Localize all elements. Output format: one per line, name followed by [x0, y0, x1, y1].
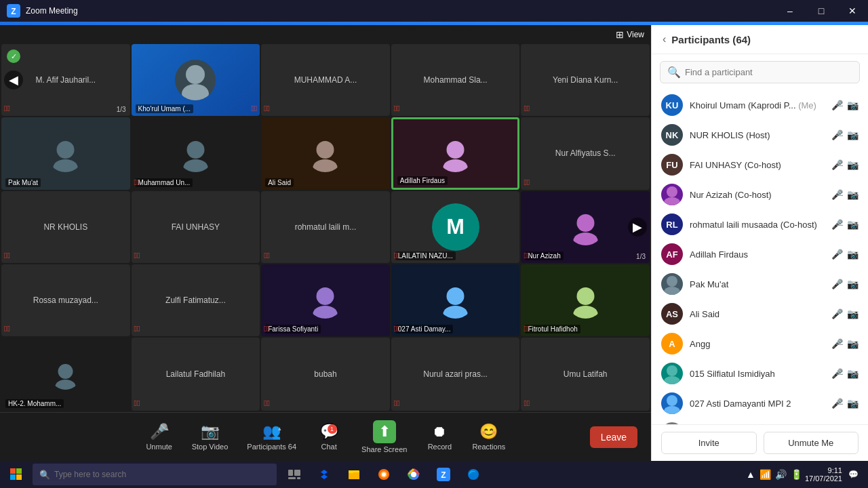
- svg-point-24: [667, 276, 677, 287]
- svg-rect-37: [297, 477, 300, 479]
- mic-icon: 🎤: [831, 279, 843, 289]
- edge-app-icon: [467, 468, 480, 481]
- list-item[interactable]: Pak Mu'at 🎤 📷: [652, 269, 868, 299]
- participant-icons: 🎤̶ 📷̶: [831, 219, 859, 230]
- unmute-button[interactable]: 🎤 ▲ Unmute: [139, 419, 180, 455]
- start-button[interactable]: [0, 461, 33, 488]
- participant-name-11: NR KHOLIS: [41, 220, 90, 235]
- files-icon[interactable]: [340, 461, 368, 488]
- participant-icons: 🎤̶ 📷̶: [831, 368, 859, 379]
- mute-icon-23: 📹⃠: [264, 399, 270, 408]
- video-cell-14: M LAILATIN NAZU... 📹⃠: [391, 191, 520, 263]
- reactions-button[interactable]: 😊 Reactions: [465, 419, 512, 455]
- mute-status-icon: 🎤̶: [831, 398, 843, 409]
- cam-icon: 📷: [847, 308, 859, 319]
- svg-text:Z: Z: [11, 7, 16, 16]
- participant-list-name: 027 Asti Damayanti MPI 2: [690, 399, 825, 409]
- svg-point-13: [573, 232, 597, 245]
- search-box: 🔍: [660, 61, 860, 83]
- list-item[interactable]: KU Khoirul Umam (Kaprodi P... (Me) 🎤̶ 📷̶: [652, 90, 868, 120]
- next-page-arrow[interactable]: ▶: [628, 218, 647, 237]
- taskview-button[interactable]: [281, 461, 308, 488]
- list-item[interactable]: RL rohmatul laili musaada (Co-host) 🎤̶ 📷…: [652, 209, 868, 239]
- list-item[interactable]: 027 Asti Damayanti MPI 2 🎤̶ 📷̶: [652, 388, 868, 418]
- leave-button[interactable]: Leave: [590, 426, 637, 448]
- prev-page-arrow[interactable]: ◀: [4, 70, 23, 89]
- record-button[interactable]: ⏺ Record: [419, 419, 460, 455]
- svg-point-15: [313, 306, 338, 319]
- svg-rect-33: [16, 474, 22, 480]
- video-cell-9: Adillah Firdaus: [391, 117, 520, 189]
- mute-icon-16: 📹⃠: [4, 324, 10, 333]
- share-screen-button[interactable]: ⬆ Share Screen: [355, 416, 414, 458]
- participant-list-name: 015 Silfiatul Ismidiyah: [690, 369, 825, 379]
- search-taskbar-icon: 🔍: [39, 470, 50, 480]
- video-cell-20: Fitrotul Hafidhoh 📹⃠: [521, 264, 650, 336]
- list-item[interactable]: AF Adillah Firdaus 🎤 📷: [652, 239, 868, 269]
- list-item[interactable]: NK NUR KHOLIS (Host) 🎤̶ 📷̶: [652, 120, 868, 150]
- taskbar: 🔍: [0, 461, 868, 488]
- collapse-panel-button[interactable]: ‹: [663, 33, 666, 45]
- avatar: NK: [661, 124, 683, 146]
- participant-list-name: Pak Mu'at: [690, 279, 825, 289]
- share-screen-icon: ⬆: [378, 423, 391, 440]
- participant-list-name: NUR KHOLIS (Host): [690, 130, 825, 140]
- firefox-icon[interactable]: [370, 461, 397, 488]
- chrome-icon[interactable]: [400, 461, 427, 488]
- video-grid: ◀ M. Afif Jauharil... 📹⃠ 1/3 Kho'rul Uma…: [0, 25, 651, 338]
- close-button[interactable]: ✕: [837, 0, 868, 22]
- video-cell-24: Nurul azari pras... 📹⃠: [391, 338, 520, 411]
- minimize-button[interactable]: –: [774, 0, 806, 22]
- mute-icon-13: 📹⃠: [264, 251, 270, 260]
- network-icon[interactable]: 📶: [760, 469, 771, 480]
- mute-status-icon: 🎤̶: [831, 338, 843, 349]
- participants-label: Participants 64: [247, 443, 296, 451]
- stop-video-label: Stop Video: [192, 443, 229, 451]
- zoom-taskbar-icon[interactable]: Z: [430, 461, 457, 488]
- svg-point-4: [57, 141, 75, 159]
- list-item[interactable]: FU FAI UNHASY (Co-host) 🎤̶ 📷̶: [652, 150, 868, 180]
- avatar: [661, 363, 683, 384]
- list-item[interactable]: A Angg 🎤̶ 📷̶: [652, 329, 868, 359]
- up-arrow-icon[interactable]: ▲: [746, 469, 755, 480]
- mute-icon-20: 📹⃠: [524, 324, 530, 333]
- svg-rect-32: [10, 474, 16, 480]
- taskbar-pinned-apps: Z: [281, 461, 487, 488]
- list-item[interactable]: 97 937 7148 0612 🎤̶ 📷̶: [652, 418, 868, 424]
- video-cell-6: Pak Mu'at: [1, 117, 130, 189]
- unmute-me-button[interactable]: Unmute Me: [764, 432, 859, 454]
- video-cell-15: ▶ Nur Azizah 1/3 📹⃠: [521, 191, 650, 263]
- chat-button[interactable]: 💬 1 Chat: [309, 419, 349, 455]
- taskbar-search-input[interactable]: [54, 470, 270, 479]
- svg-point-17: [443, 306, 468, 319]
- record-icon: ⏺: [432, 423, 447, 441]
- list-item[interactable]: 015 Silfiatul Ismidiyah 🎤̶ 📷̶: [652, 359, 868, 388]
- reactions-icon: 😊: [479, 423, 498, 441]
- maximize-button[interactable]: □: [806, 0, 837, 22]
- cam-status-icon: 📷̶: [847, 189, 859, 200]
- svg-point-6: [186, 141, 204, 159]
- svg-point-3: [182, 84, 209, 100]
- svg-point-7: [183, 159, 208, 172]
- clock[interactable]: 9:11 17/07/2021: [805, 466, 842, 483]
- list-item[interactable]: AS Ali Said 🎤 📷: [652, 299, 868, 329]
- taskbar-right: ▲ 📶 🔊 🔋 9:11 17/07/2021 💬: [746, 461, 868, 488]
- stop-video-button[interactable]: 📷 ▲ Stop Video: [185, 419, 235, 455]
- edge-icon[interactable]: [460, 461, 487, 488]
- chat-badge: 1: [328, 424, 337, 434]
- view-button[interactable]: ⊞ View: [616, 29, 644, 40]
- video-cell-4: Mohammad Sla... 📹⃠: [391, 44, 520, 116]
- unmute-label: Unmute: [146, 443, 172, 451]
- invite-button[interactable]: Invite: [661, 432, 757, 454]
- speaker-icon[interactable]: 🔊: [775, 469, 787, 480]
- notification-button[interactable]: 💬: [845, 461, 861, 488]
- svg-rect-35: [294, 470, 300, 476]
- avatar: [661, 184, 683, 205]
- dropbox-icon[interactable]: [311, 461, 338, 488]
- participant-search-input[interactable]: [685, 67, 852, 77]
- participants-button[interactable]: 👥 ▲ Participants 64: [240, 419, 303, 455]
- battery-icon: 🔋: [791, 469, 802, 480]
- mute-icon-24: 📹⃠: [394, 399, 400, 408]
- svg-point-12: [576, 214, 594, 232]
- list-item[interactable]: Nur Azizah (Co-host) 🎤̶ 📷̶: [652, 180, 868, 209]
